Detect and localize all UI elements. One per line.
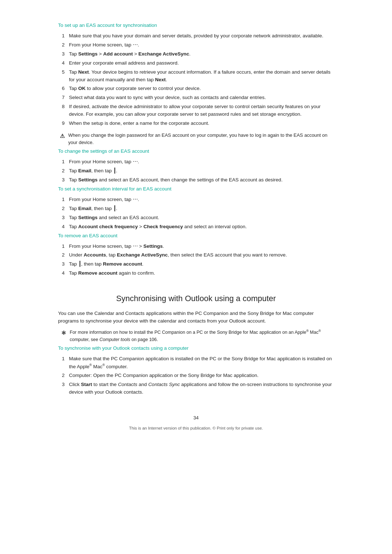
list-item: Tap Next. Your device begins to retrieve… bbox=[58, 69, 334, 84]
page-number: 34 bbox=[58, 414, 334, 422]
main-section-outlook: Synchronising with Outlook using a compu… bbox=[58, 292, 334, 396]
list-item: If desired, activate the device administ… bbox=[58, 103, 334, 118]
list-item: Click Start to start the Contacts and Co… bbox=[58, 381, 334, 396]
list-item: From your Home screen, tap ⋯. bbox=[58, 196, 334, 204]
section-sync-interval: To set a synchronisation interval for an… bbox=[58, 185, 334, 231]
sub-section-sync-outlook-contacts: To synchronise with your Outlook contact… bbox=[58, 345, 334, 396]
list-item: Tap Email, then tap ┃. bbox=[58, 205, 334, 213]
note-content: When you change the login password for a… bbox=[68, 132, 334, 146]
body-paragraph: You can use the Calendar and Contacts ap… bbox=[58, 310, 334, 325]
note-icon: ⚠ bbox=[58, 132, 65, 140]
note-block: ⚠ When you change the login password for… bbox=[58, 132, 334, 146]
list-item: Tap Settings and select an EAS account. bbox=[58, 214, 334, 222]
list-item: Make sure that the PC Companion applicat… bbox=[58, 355, 334, 370]
main-heading: Synchronising with Outlook using a compu… bbox=[58, 292, 334, 305]
list-item: Under Accounts, tap Exchange ActiveSync,… bbox=[58, 251, 334, 259]
list-item: Tap Email, then tap ┃. bbox=[58, 167, 334, 175]
list-item: Tap ┃, then tap Remove account. bbox=[58, 260, 334, 268]
tip-block: ✱ For more information on how to install… bbox=[58, 329, 334, 343]
section-setup-eas: To set up an EAS account for synchronisa… bbox=[58, 22, 334, 146]
list-item: Tap Settings and select an EAS account, … bbox=[58, 176, 334, 184]
section-change-eas: To change the settings of an EAS account… bbox=[58, 148, 334, 184]
list-item: Tap OK to allow your corporate server to… bbox=[58, 85, 334, 93]
list-item: From your Home screen, tap ⋯ > Settings. bbox=[58, 243, 334, 250]
steps-list-remove-eas: From your Home screen, tap ⋯ > Settings.… bbox=[58, 243, 334, 278]
list-item: Tap Remove account again to confirm. bbox=[58, 270, 334, 277]
list-item: From your Home screen, tap ⋯. bbox=[58, 41, 334, 49]
section-title-sync-interval: To set a synchronisation interval for an… bbox=[58, 185, 334, 193]
list-item: When the setup is done, enter a name for… bbox=[58, 120, 334, 127]
list-item: Tap Account check frequency > Check freq… bbox=[58, 223, 334, 231]
section-title-change-eas: To change the settings of an EAS account bbox=[58, 148, 334, 155]
list-item: Enter your corporate email address and p… bbox=[58, 59, 334, 67]
footer-text: This is an Internet version of this publ… bbox=[58, 425, 334, 432]
section-title-setup-eas: To set up an EAS account for synchronisa… bbox=[58, 22, 334, 29]
section-remove-eas: To remove an EAS account From your Home … bbox=[58, 232, 334, 278]
steps-list-sync-outlook: Make sure that the PC Companion applicat… bbox=[58, 355, 334, 396]
list-item: Tap Settings > Add account > Exchange Ac… bbox=[58, 50, 334, 58]
list-item: From your Home screen, tap ⋯. bbox=[58, 158, 334, 166]
section-title-remove-eas: To remove an EAS account bbox=[58, 232, 334, 240]
tip-content: For more information on how to install t… bbox=[70, 329, 334, 343]
steps-list-sync-interval: From your Home screen, tap ⋯. Tap Email,… bbox=[58, 196, 334, 231]
list-item: Select what data you want to sync with y… bbox=[58, 94, 334, 102]
section-title-sync-outlook: To synchronise with your Outlook contact… bbox=[58, 345, 334, 352]
steps-list-setup-eas: Make sure that you have your domain and … bbox=[58, 32, 334, 127]
list-item: Make sure that you have your domain and … bbox=[58, 32, 334, 40]
tip-star-icon: ✱ bbox=[58, 329, 66, 338]
steps-list-change-eas: From your Home screen, tap ⋯. Tap Email,… bbox=[58, 158, 334, 184]
list-item: Computer: Open the PC Companion applicat… bbox=[58, 372, 334, 379]
